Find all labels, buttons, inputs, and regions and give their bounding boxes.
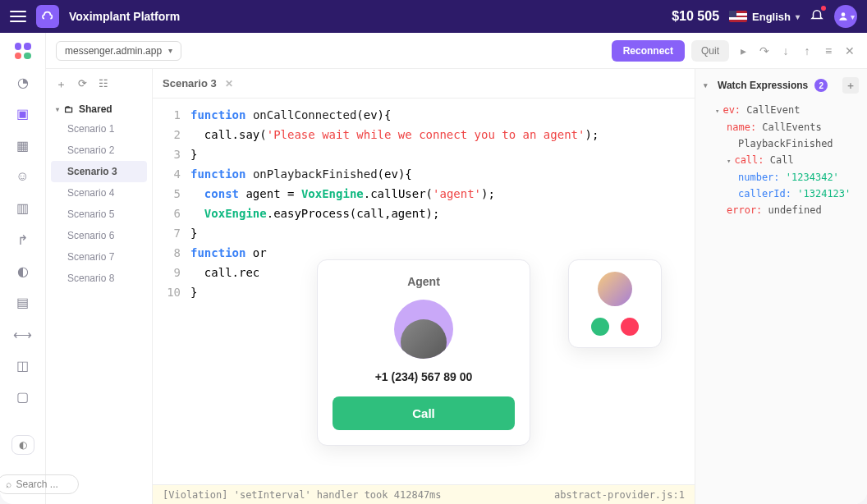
watch-row[interactable]: ▾call: Call — [704, 152, 859, 169]
step-out-icon[interactable]: ↑ — [800, 44, 814, 57]
sidebar-item-scenario[interactable]: Scenario 5 — [51, 204, 147, 225]
numbers-icon[interactable]: ▥ — [13, 200, 33, 217]
watch-row[interactable]: ▾ev: CallEvent — [704, 102, 859, 119]
menu-icon[interactable] — [10, 11, 26, 22]
resume-icon[interactable]: ≡ — [821, 44, 836, 57]
data-icon[interactable]: ▤ — [13, 295, 33, 311]
branch-icon[interactable]: ↱ — [13, 231, 33, 248]
play-icon[interactable]: ▸ — [736, 44, 750, 57]
accept-call-button[interactable] — [591, 318, 609, 336]
app-selector-label: messenger.admin.app — [65, 45, 162, 57]
brand-title: Voximplant Platform — [69, 10, 180, 23]
watch-count-badge: 2 — [814, 79, 828, 92]
editor-toolbar: messenger.admin.app ▾ Reconnect Quit ▸ ↷… — [46, 33, 867, 69]
add-icon[interactable]: ＋ — [56, 77, 67, 92]
watch-row[interactable]: error: undefined — [704, 202, 859, 218]
flag-icon — [729, 11, 747, 22]
sidebar-item-scenario[interactable]: Scenario 7 — [51, 246, 147, 268]
caller-avatar — [598, 272, 632, 306]
sidebar-item-scenario[interactable]: Scenario 6 — [51, 225, 147, 246]
watch-row[interactable]: callerId: '1324123' — [704, 186, 859, 202]
svg-point-0 — [841, 12, 845, 16]
watch-row[interactable]: name: CallEvents — [704, 119, 859, 135]
mini-call-popup — [568, 259, 662, 348]
sidebar-item-scenario[interactable]: Scenario 3 — [51, 161, 147, 182]
chat-icon[interactable]: ▢ — [13, 389, 33, 405]
watch-row[interactable]: number: '1234342' — [704, 169, 859, 186]
topbar: Voximplant Platform $10 505 English ▾ ▾ — [0, 0, 867, 33]
agent-phone: +1 (234) 567 89 00 — [333, 370, 515, 383]
chevron-down-icon: ▾ — [851, 12, 855, 21]
console-source: abstract-provider.js:1 — [554, 489, 685, 501]
watch-header[interactable]: ▾ Watch Expressions 2 ＋ — [704, 77, 859, 94]
line-gutter: 12345678910 — [153, 105, 190, 478]
agent-avatar — [394, 300, 453, 359]
bookmark-icon[interactable]: ◫ — [13, 357, 33, 373]
popup-title: Agent — [333, 275, 515, 288]
expand-icon[interactable]: ⟷ — [13, 326, 33, 342]
caret-down-icon: ▾ — [56, 106, 59, 113]
sidebar-item-scenario[interactable]: Scenario 2 — [51, 140, 147, 161]
refresh-icon[interactable]: ⟳ — [78, 77, 87, 92]
watch-row[interactable]: PlaybackFinished — [704, 135, 859, 152]
close-icon[interactable]: ✕ — [842, 44, 857, 57]
agent-call-popup: Agent +1 (234) 567 89 00 Call — [317, 259, 530, 446]
sidebar-actions: ＋ ⟳ ☷ — [51, 77, 147, 100]
folder-label: Shared — [79, 103, 112, 115]
scenarios-icon[interactable]: ▣ — [13, 106, 33, 122]
calendar-icon[interactable]: ▦ — [13, 137, 33, 153]
close-tab-icon[interactable]: ✕ — [225, 78, 233, 89]
reconnect-button[interactable]: Reconnect — [612, 40, 685, 62]
user-avatar[interactable]: ▾ — [834, 5, 857, 28]
watch-panel: ▾ Watch Expressions 2 ＋ ▾ev: CallEvent n… — [695, 69, 867, 504]
add-watch-button[interactable]: ＋ — [842, 77, 859, 94]
sidebar-item-scenario[interactable]: Scenario 4 — [51, 182, 147, 204]
caret-down-icon: ▾ — [704, 81, 708, 89]
console-bar: [Violation] 'setInterval' handler took 4… — [153, 484, 695, 504]
device-icon[interactable]: ◐ — [13, 263, 33, 279]
tab-label: Scenario 3 — [163, 77, 217, 89]
sidebar-item-scenario[interactable]: Scenario 8 — [51, 268, 147, 289]
analytics-icon[interactable]: ◔ — [13, 74, 33, 90]
balance-amount: $10 505 — [672, 9, 719, 24]
notifications-icon[interactable] — [810, 7, 824, 25]
editor-tabs: Scenario 3 ✕ — [153, 69, 695, 99]
chevron-down-icon: ▾ — [168, 46, 172, 55]
folder-shared[interactable]: ▾ 🗀 Shared — [51, 100, 147, 118]
users-icon[interactable]: ☺ — [13, 168, 33, 185]
watch-title: Watch Expressions — [718, 80, 808, 91]
notification-dot-icon — [821, 6, 826, 11]
decline-call-button[interactable] — [621, 318, 639, 336]
people-icon[interactable]: ☷ — [99, 77, 108, 92]
theme-toggle[interactable]: ◐ — [11, 435, 34, 455]
folder-icon: 🗀 — [64, 103, 74, 115]
sidebar-item-scenario[interactable]: Scenario 1 — [51, 118, 147, 140]
search-icon: ⌕ — [6, 479, 11, 490]
console-message: [Violation] 'setInterval' handler took 4… — [163, 489, 442, 501]
logo-icon[interactable] — [36, 5, 59, 28]
scenario-sidebar: ＋ ⟳ ☷ ▾ 🗀 Shared Scenario 1Scenario 2Sce… — [46, 69, 153, 504]
call-button[interactable]: Call — [333, 396, 515, 430]
app-selector[interactable]: messenger.admin.app ▾ — [56, 41, 181, 61]
step-into-icon[interactable]: ↓ — [778, 44, 793, 57]
step-over-icon[interactable]: ↷ — [757, 44, 772, 57]
chevron-down-icon: ▾ — [796, 12, 800, 21]
quit-button[interactable]: Quit — [691, 40, 729, 62]
tab-scenario[interactable]: Scenario 3 ✕ — [163, 77, 233, 89]
left-rail: ◔ ▣ ▦ ☺ ▥ ↱ ◐ ▤ ⟷ ◫ ▢ ◐ ⌕ Search ... — [0, 33, 46, 504]
language-selector[interactable]: English ▾ — [729, 11, 800, 23]
watch-tree: ▾ev: CallEvent name: CallEvents Playback… — [704, 102, 859, 218]
language-label: English — [752, 11, 791, 23]
call-actions — [580, 318, 649, 336]
apps-icon[interactable] — [13, 43, 33, 59]
